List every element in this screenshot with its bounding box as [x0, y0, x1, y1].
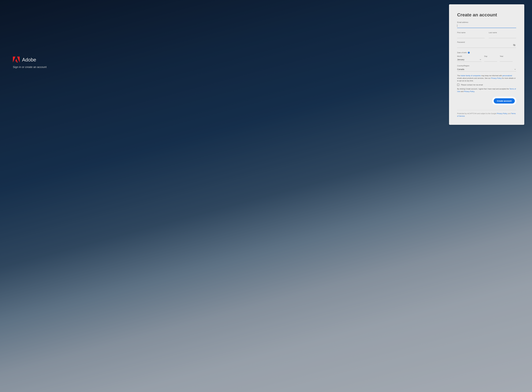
- chevron-down-icon: [480, 58, 481, 61]
- agreement-text: By clicking Create account, I agree that…: [457, 88, 516, 93]
- password-label: Password: [457, 41, 516, 43]
- last-name-label: Last name: [489, 32, 516, 33]
- chevron-down-icon: [514, 68, 516, 71]
- brand-panel: Adobe Sign in or create an account: [13, 56, 47, 69]
- adobe-logo-icon: [13, 56, 20, 63]
- brand-name: Adobe: [22, 57, 36, 63]
- svg-marker-2: [15, 59, 18, 63]
- day-label: Day: [484, 55, 497, 57]
- password-input[interactable]: [457, 44, 516, 48]
- create-account-button[interactable]: Create account: [494, 98, 515, 103]
- first-name-input[interactable]: [457, 34, 485, 38]
- submit-highlight: Create account: [492, 97, 516, 105]
- create-account-card: Create an account Email address First na…: [449, 4, 524, 125]
- google-privacy-link[interactable]: Privacy Policy: [497, 113, 507, 115]
- email-label: Email address: [457, 21, 516, 23]
- day-input[interactable]: [484, 58, 497, 62]
- contact-checkbox[interactable]: [457, 84, 459, 86]
- svg-marker-1: [17, 56, 20, 63]
- privacy-policy-link[interactable]: Privacy Policy: [491, 77, 502, 79]
- adobe-companies-link[interactable]: Adobe family of companies: [460, 75, 481, 77]
- brand-subtitle: Sign in or create an account: [13, 65, 47, 69]
- month-select[interactable]: January: [457, 58, 481, 62]
- visibility-off-icon[interactable]: [513, 44, 516, 47]
- form-title: Create an account: [457, 12, 516, 18]
- year-label: Year: [500, 55, 513, 57]
- privacy-policy-link-2[interactable]: Privacy Policy: [464, 91, 474, 93]
- year-input[interactable]: [500, 58, 513, 62]
- dob-label: Date of birth: [457, 51, 467, 54]
- email-input[interactable]: [457, 24, 516, 28]
- svg-marker-0: [13, 56, 15, 63]
- info-icon[interactable]: i: [468, 52, 470, 54]
- last-name-input[interactable]: [489, 34, 516, 38]
- country-label: Country/Region: [457, 65, 516, 67]
- personalized-link[interactable]: personalized: [502, 75, 512, 77]
- country-select[interactable]: Canada: [457, 68, 516, 71]
- contact-checkbox-label: Please contact me via email: [461, 84, 483, 86]
- recaptcha-text: Protected by reCAPTCHA and subject to th…: [457, 112, 516, 117]
- month-label: Month: [457, 55, 481, 57]
- marketing-text: The Adobe family of companies may keep m…: [457, 75, 516, 82]
- first-name-label: First name: [457, 32, 485, 33]
